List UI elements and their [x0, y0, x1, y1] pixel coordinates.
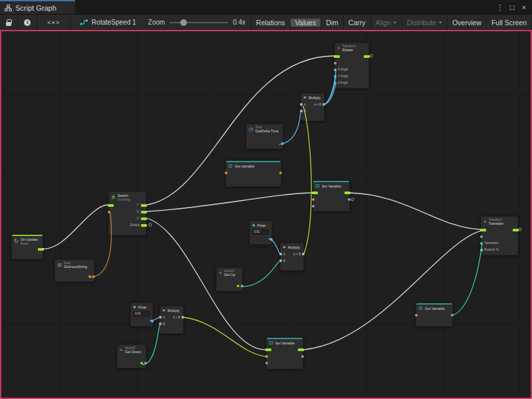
toolbar-button-relations[interactable]: Relations [251, 19, 290, 27]
value-port[interactable] [88, 275, 91, 278]
node-title: Set Variable [275, 341, 295, 346]
variable-cube-icon: ⊡ [418, 306, 423, 311]
zoom-slider-knob[interactable] [180, 19, 187, 26]
exec-port[interactable] [364, 55, 370, 58]
node-translate[interactable]: ⌖TransformTranslateTranslationRelative T… [481, 216, 518, 255]
menu-icon[interactable]: ⋮ [495, 2, 505, 13]
port-label: B [163, 323, 165, 326]
value-port[interactable] [237, 285, 239, 287]
value-port[interactable] [225, 172, 227, 174]
node-float-bottom[interactable]: ●Float0.01 [130, 303, 153, 327]
node-rotate[interactable]: ⌖TransformRotateX AngleY AngleZ Angle [334, 43, 369, 88]
toolbar-button-full-screen[interactable]: Full Screen [487, 19, 531, 27]
port-label: "y" [136, 210, 140, 213]
port-label: Default [130, 223, 140, 227]
tab-label: Script Graph [15, 4, 57, 12]
window-controls: ⋮ □ × [495, 0, 532, 14]
title-bar: Script Graph ⋮ □ × [0, 0, 532, 14]
value-port[interactable] [348, 198, 350, 201]
node-vector3-get-down[interactable]: +Vector3Get Down [117, 344, 146, 368]
zoom-slider[interactable] [170, 22, 228, 23]
close-icon[interactable]: × [519, 2, 529, 13]
exec-port[interactable] [108, 204, 114, 207]
port-label: A × B [293, 253, 301, 256]
node-title: Get Variable [235, 164, 255, 169]
node-switch-on-string[interactable]: ⋔SwitchOn String"-""y""z"Default [108, 192, 146, 235]
node-title: Set Variable [322, 184, 342, 189]
port-label: Z Angle [338, 81, 348, 84]
code-preview-button[interactable]: <×> [37, 15, 70, 30]
node-title: Get Up [224, 273, 235, 277]
node-title: Multiply [309, 96, 321, 100]
value-port[interactable] [312, 205, 315, 207]
vector3-icon: + [120, 348, 123, 353]
node-vector3-get-up[interactable]: +Vector3Get Up [216, 267, 243, 291]
value-port[interactable] [159, 323, 162, 325]
graph-name: RotateSpeed 1 [92, 19, 136, 26]
node-multiply-top[interactable]: ×MultiplyAA × BB [301, 93, 325, 121]
exec-port[interactable] [141, 224, 147, 227]
node-title: Rotate [342, 48, 356, 53]
value-field[interactable]: 0.01 [252, 229, 269, 235]
value-port[interactable] [301, 355, 304, 358]
node-multiply-bottom[interactable]: ×MultiplyAA × BB [160, 306, 184, 334]
node-get-input-string[interactable]: ⊞InputGetInputString [55, 259, 94, 282]
graph-toolbar: i <×> RotateSpeed 1 Zoom 0.4x RelationsV… [0, 14, 532, 30]
toolbar-button-overview[interactable]: Overview [448, 19, 486, 27]
lock-icon [6, 22, 11, 26]
port-label: "-" [136, 203, 140, 207]
exec-port[interactable] [141, 217, 147, 220]
port-label: A × B [173, 316, 180, 319]
script-graph-window: Script Graph ⋮ □ × i <×> RotateSpeed 1 Z [0, 0, 532, 399]
value-port[interactable] [312, 198, 315, 201]
maximize-icon[interactable]: □ [507, 2, 517, 13]
toolbar-button-values[interactable]: Values [291, 19, 321, 27]
node-get-variable-right[interactable]: ⊡Get Variable [416, 303, 453, 327]
port-label: "z" [136, 217, 140, 220]
lock-button[interactable] [0, 15, 18, 30]
value-port[interactable] [108, 211, 110, 213]
toolbar-button-carry[interactable]: Carry [344, 19, 370, 27]
value-port[interactable] [480, 235, 483, 238]
node-multiply-mid[interactable]: ×MultiplyAA × BB [280, 243, 304, 271]
exec-port[interactable] [312, 192, 318, 194]
node-get-variable-top[interactable]: ⊡Get Variable [225, 160, 281, 187]
exec-port[interactable] [480, 229, 486, 231]
exec-port[interactable] [513, 229, 519, 231]
node-on-update[interactable]: ↻On UpdateEvent [11, 234, 43, 259]
float-icon: ● [133, 305, 136, 310]
node-subtitle: On String [118, 198, 130, 201]
graph-canvas[interactable]: ↻On UpdateEvent⊞InputGetInputString⋔Swit… [0, 30, 532, 399]
tab-script-graph[interactable]: Script Graph [0, 0, 75, 14]
node-float-mid[interactable]: ●Float0.01 [249, 221, 272, 245]
exec-port[interactable] [141, 204, 147, 207]
graph-node-icon [80, 19, 88, 26]
node-get-delta-time[interactable]: ◷TimeGetDelta Time [246, 124, 283, 149]
value-port[interactable] [279, 172, 282, 174]
exec-port[interactable] [334, 55, 340, 58]
value-port[interactable] [300, 103, 303, 106]
node-set-variable-mid[interactable]: ⊡Set Variable [313, 180, 350, 211]
code-icon: <×> [47, 19, 60, 26]
toolbar-button-dim[interactable]: Dim [321, 19, 343, 27]
chevron-down-icon: ▼ [438, 21, 442, 25]
node-title: Get Variable [425, 307, 445, 311]
toolbar-button-align[interactable]: Align▼ [371, 19, 402, 27]
value-port[interactable] [415, 314, 418, 317]
node-set-variable-bottom[interactable]: ⊡Set Variable [266, 337, 303, 369]
exec-port[interactable] [141, 211, 147, 213]
value-field[interactable]: 0.01 [133, 311, 150, 317]
exec-port[interactable] [298, 348, 304, 351]
port-label: A [163, 316, 165, 319]
node-title: GetDelta Time [255, 129, 279, 134]
exec-port[interactable] [265, 348, 271, 351]
multiply-icon: × [283, 245, 286, 250]
toolbar-button-distribute[interactable]: Distribute▼ [402, 19, 447, 27]
value-port[interactable] [334, 62, 336, 65]
exec-port[interactable] [344, 192, 350, 194]
variable-cube-icon: ⊡ [228, 164, 233, 169]
graph-breadcrumb[interactable]: RotateSpeed 1 [70, 15, 143, 30]
value-port[interactable] [300, 110, 303, 112]
value-port[interactable] [265, 362, 268, 364]
info-button[interactable]: i [18, 15, 37, 30]
